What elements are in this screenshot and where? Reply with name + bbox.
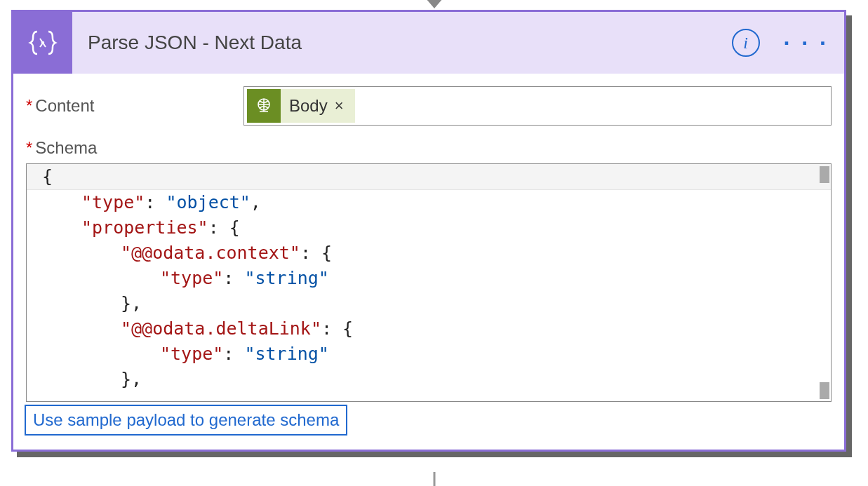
content-input[interactable]: Body ×: [243, 86, 832, 126]
token-label: Body: [289, 96, 328, 116]
action-card-parse-json: Parse JSON - Next Data i · · · *Content: [11, 10, 846, 452]
content-token-body[interactable]: Body ×: [247, 89, 355, 123]
card-header: Parse JSON - Next Data i · · ·: [13, 12, 844, 74]
field-row-content: *Content Body ×: [26, 86, 832, 126]
connector-arrow-in: [426, 0, 443, 8]
schema-code-editor[interactable]: {"type": "object","properties": {"@@odat…: [26, 163, 832, 402]
info-icon[interactable]: i: [732, 29, 760, 57]
json-braces-icon: [26, 26, 60, 60]
schema-label: *Schema: [26, 138, 243, 158]
globe-icon: [247, 89, 281, 123]
required-mark: *: [26, 138, 32, 157]
card-body: *Content Body × *Schem: [13, 74, 844, 450]
more-menu-icon[interactable]: · · ·: [784, 39, 829, 46]
action-icon-container: [13, 12, 72, 74]
field-row-schema-label: *Schema: [26, 138, 832, 158]
code-content: {"type": "object","properties": {"@@odat…: [27, 164, 831, 392]
card-title: Parse JSON - Next Data: [88, 32, 302, 54]
card-header-actions: i · · ·: [732, 29, 829, 57]
scrollbar-thumb-top[interactable]: [820, 166, 829, 183]
content-label: *Content: [26, 96, 243, 116]
scrollbar-thumb-bottom[interactable]: [820, 382, 829, 399]
token-remove-icon[interactable]: ×: [335, 97, 344, 115]
connector-line-out: [433, 472, 435, 486]
generate-schema-link[interactable]: Use sample payload to generate schema: [25, 405, 347, 436]
required-mark: *: [26, 96, 32, 115]
svg-point-0: [42, 42, 44, 43]
